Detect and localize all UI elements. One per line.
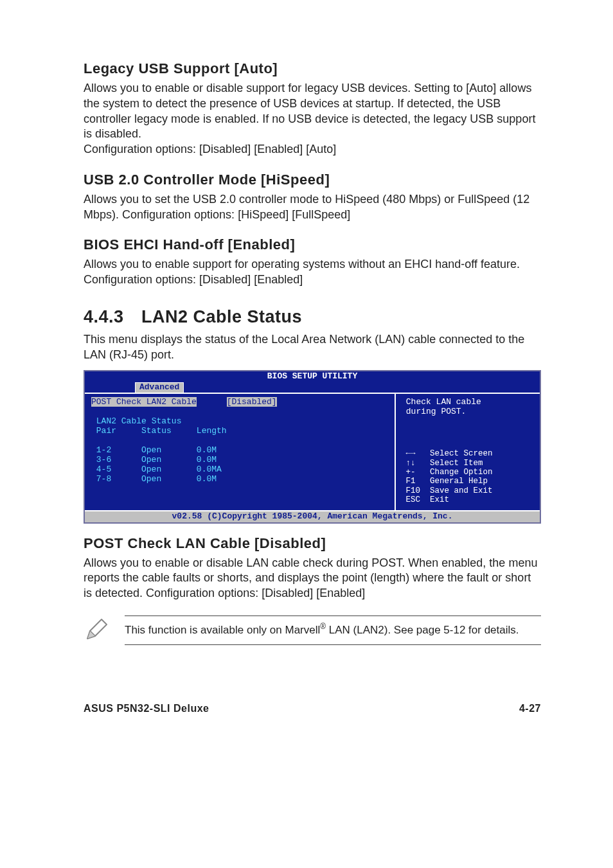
note-block: This function is available only on Marve… [84, 616, 541, 645]
bios-tab-advanced: Advanced [135, 382, 184, 393]
bios-table-columns: Pair Status Length [91, 426, 227, 436]
body-post-check-lan: Allows you to enable or disable LAN cabl… [84, 556, 541, 601]
note-text-b: LAN (LAN2). See page 5-12 for details. [326, 623, 519, 635]
note-text-a: This function is available only on Marve… [125, 623, 320, 635]
bios-help-text: Check LAN cable during POST. [401, 398, 535, 417]
note-text: This function is available only on Marve… [125, 616, 541, 645]
heading-legacy-usb: Legacy USB Support [Auto] [84, 60, 541, 77]
bios-tab-bar: Advanced [85, 382, 540, 393]
body-usb2-mode: Allows you to set the USB 2.0 controller… [84, 192, 541, 223]
bios-copyright: v02.58 (C)Copyright 1985-2004, American … [85, 511, 540, 522]
svg-marker-2 [87, 631, 95, 639]
bios-selected-row-label: POST Check LAN2 Cable [91, 397, 197, 407]
bios-table-title: LAN2 Cable Status [96, 416, 182, 426]
bios-setup-utility-screenshot: BIOS SETUP UTILITY Advanced POST Check L… [84, 370, 541, 523]
bios-table-row: 1-2 Open 0.0M [91, 445, 217, 455]
footer-left: ASUS P5N32-SLI Deluxe [84, 703, 209, 714]
intro-lan2: This menu displays the status of the Loc… [84, 332, 541, 363]
heading-usb2-mode: USB 2.0 Controller Mode [HiSpeed] [84, 172, 541, 188]
heading-lan2-cable-status: 4.4.3LAN2 Cable Status [84, 307, 541, 327]
registered-mark: ® [320, 622, 326, 631]
bios-table-row: 7-8 Open 0.0M [91, 474, 217, 484]
pencil-note-icon [84, 616, 111, 645]
page-footer: ASUS P5N32-SLI Deluxe 4-27 [84, 703, 541, 714]
heading-ehci-handoff: BIOS EHCI Hand-off [Enabled] [84, 236, 541, 253]
bios-selected-row-value: [Disabled] [227, 397, 277, 407]
bios-table-row: 3-6 Open 0.0M [91, 455, 217, 465]
bios-table-row: 4-5 Open 0.0MA [91, 465, 222, 474]
bios-left-panel: POST Check LAN2 Cable [Disabled] LAN2 Ca… [85, 394, 396, 509]
body-legacy-usb: Allows you to enable or disable support … [84, 81, 541, 157]
footer-right: 4-27 [519, 703, 541, 714]
section-number: 4.4.3 [84, 307, 141, 327]
bios-right-panel: Check LAN cable during POST. ←→ Select S… [396, 394, 540, 509]
heading-post-check-lan: POST Check LAN Cable [Disabled] [84, 535, 541, 552]
section-title: LAN2 Cable Status [141, 307, 302, 326]
body-ehci-handoff: Allows you to enable support for operati… [84, 257, 541, 288]
bios-title: BIOS SETUP UTILITY [85, 371, 540, 382]
bios-key-legend: ←→ Select Screen ↑↓ Select Item +- Chang… [401, 449, 493, 504]
